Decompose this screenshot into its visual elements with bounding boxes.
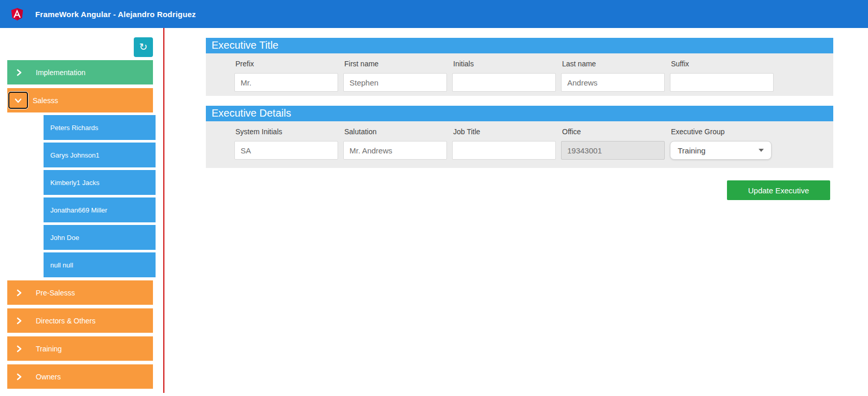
initials-field: Initials (452, 60, 556, 92)
sidebar-group-training[interactable]: Training (7, 336, 153, 361)
executive-title-form: Prefix First name Initials Last name Suf… (206, 53, 833, 96)
salutation-input[interactable] (343, 141, 447, 160)
first-name-input[interactable] (343, 73, 447, 92)
executive-details-section: Executive Details System Initials Saluta… (206, 106, 833, 168)
collapse-toggle[interactable] (8, 92, 28, 109)
executive-list-item[interactable]: Jonathan669 Miller (44, 197, 156, 222)
field-label: System Initials (235, 128, 338, 136)
job-title-field: Job Title (452, 128, 556, 160)
field-label: Job Title (453, 128, 556, 136)
field-label: Last name (562, 60, 665, 68)
executive-list-item[interactable]: John Doe (44, 225, 156, 250)
last-name-input[interactable] (561, 73, 665, 92)
field-label: Salutation (344, 128, 447, 136)
sidebar-divider (163, 28, 164, 393)
executive-group-field: Executive Group Training (670, 128, 774, 160)
sidebar-group-salesss[interactable]: Salesss (7, 88, 153, 112)
group-label: Pre-Salesss (36, 289, 75, 297)
group-label: Implementation (36, 68, 86, 77)
field-label: First name (344, 60, 447, 68)
salutation-field: Salutation (343, 128, 447, 160)
section-heading: Executive Details (206, 106, 833, 121)
field-label: Suffix (671, 60, 774, 68)
chevron-right-icon (16, 289, 23, 296)
initials-input[interactable] (452, 73, 556, 92)
chevron-down-icon (15, 97, 22, 104)
executive-title-section: Executive Title Prefix First name Initia… (206, 38, 833, 96)
group-label: Training (36, 345, 62, 353)
chevron-right-icon (16, 373, 23, 380)
prefix-input[interactable] (234, 73, 338, 92)
dropdown-selected-value: Training (678, 146, 706, 155)
sidebar-group-pre-salesss[interactable]: Pre-Salesss (7, 280, 153, 305)
last-name-field: Last name (561, 60, 665, 92)
prefix-field: Prefix (234, 60, 338, 92)
group-label: Directors & Others (36, 317, 95, 325)
angular-logo-icon (9, 6, 25, 22)
sidebar: ↻ Implementation Salesss Peters Richards… (7, 37, 153, 389)
refresh-icon: ↻ (139, 41, 148, 52)
executive-group-dropdown[interactable]: Training (670, 141, 772, 160)
app-title: FrameWork Angular - Alejandro Rodriguez (35, 10, 196, 19)
executive-list-item[interactable]: Kimberly1 Jacks (44, 170, 156, 195)
chevron-right-icon (16, 317, 23, 324)
refresh-button[interactable]: ↻ (134, 37, 153, 57)
update-executive-button[interactable]: Update Executive (727, 180, 830, 200)
system-initials-field: System Initials (234, 128, 338, 160)
group-label: Salesss (33, 96, 58, 105)
field-label: Initials (453, 60, 556, 68)
actions-row: Update Executive (206, 180, 833, 200)
office-input (561, 141, 665, 160)
executive-list-item[interactable]: Garys Johnson1 (44, 143, 156, 167)
sidebar-group-owners[interactable]: Owners (7, 364, 153, 389)
office-field: Office (561, 128, 665, 160)
chevron-down-icon (759, 149, 764, 152)
app-header: FrameWork Angular - Alejandro Rodriguez (0, 0, 868, 28)
sidebar-group-directors-others[interactable]: Directors & Others (7, 308, 153, 333)
executive-list-item[interactable]: Peters Richards (44, 115, 156, 140)
main-content: Executive Title Prefix First name Initia… (206, 38, 833, 200)
system-initials-input[interactable] (234, 141, 338, 160)
executive-details-form: System Initials Salutation Job Title Off… (206, 121, 833, 168)
first-name-field: First name (343, 60, 447, 92)
suffix-input[interactable] (670, 73, 774, 92)
suffix-field: Suffix (670, 60, 774, 92)
group-label: Owners (36, 373, 61, 381)
field-label: Prefix (235, 60, 338, 68)
field-label: Executive Group (671, 128, 774, 136)
field-label: Office (562, 128, 665, 136)
job-title-input[interactable] (452, 141, 556, 160)
executive-list-item[interactable]: null null (44, 252, 156, 277)
sidebar-group-implementation[interactable]: Implementation (7, 60, 153, 84)
chevron-right-icon (16, 345, 23, 352)
section-heading: Executive Title (206, 38, 833, 53)
chevron-right-icon (16, 69, 23, 76)
salesss-children-list: Peters Richards Garys Johnson1 Kimberly1… (44, 112, 156, 277)
